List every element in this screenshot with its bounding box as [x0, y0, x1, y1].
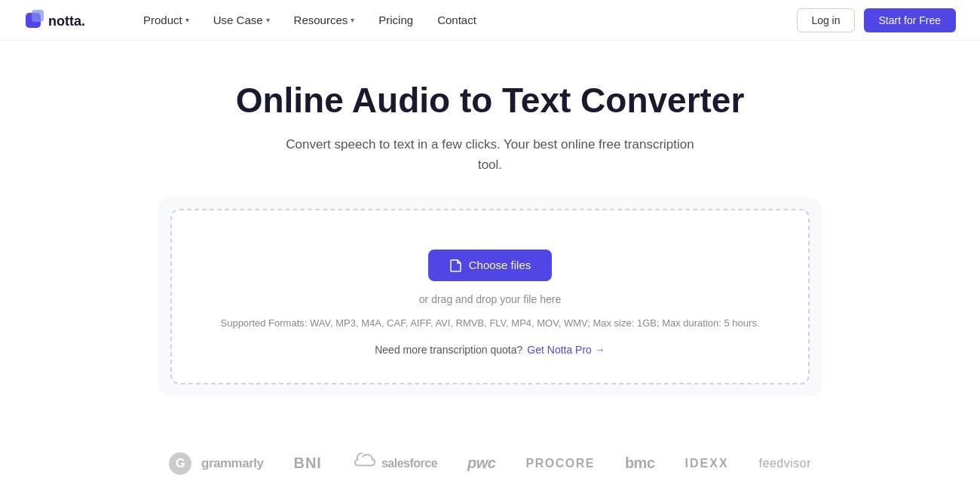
- nav-item-contact[interactable]: Contact: [428, 9, 485, 31]
- chevron-down-icon: ▾: [185, 16, 189, 24]
- logo-bmc: bmc: [625, 455, 655, 472]
- nav-item-use-case[interactable]: Use Case ▾: [204, 9, 279, 31]
- logo-grammarly: G grammarly: [169, 452, 263, 475]
- get-notta-pro-link[interactable]: Get Notta Pro →: [527, 344, 605, 356]
- nav-links: Product ▾ Use Case ▾ Resources ▾ Pricing…: [134, 9, 797, 31]
- upload-container: Choose files or drag and drop your file …: [158, 197, 822, 396]
- hero-subtitle: Convert speech to text in a few clicks. …: [279, 134, 701, 175]
- start-free-button[interactable]: Start for Free: [864, 8, 956, 32]
- logo-idexx: IDEXX: [685, 457, 729, 470]
- hero-section: Online Audio to Text Converter Convert s…: [0, 41, 980, 424]
- nav-actions: Log in Start for Free: [797, 8, 956, 32]
- logo[interactable]: notta.: [24, 8, 107, 32]
- upload-formats-text: Supported Formats: WAV, MP3, M4A, CAF, A…: [221, 317, 760, 329]
- upload-dropzone[interactable]: Choose files or drag and drop your file …: [170, 209, 810, 384]
- svg-text:notta.: notta.: [48, 14, 85, 29]
- svg-rect-1: [32, 10, 44, 22]
- logo-procore: PROCORE: [526, 457, 595, 470]
- logo-feedvisor: feedvisor: [759, 457, 811, 470]
- logo-bni: BNI: [293, 455, 321, 472]
- nav-item-resources[interactable]: Resources ▾: [285, 9, 364, 31]
- file-icon: [449, 259, 463, 272]
- logo-salesforce: salesforce: [352, 451, 437, 476]
- upload-quota: Need more transcription quota? Get Notta…: [375, 344, 605, 356]
- login-button[interactable]: Log in: [797, 8, 854, 32]
- nav-item-product[interactable]: Product ▾: [134, 9, 198, 31]
- logo-pwc: pwc: [467, 455, 495, 472]
- navbar: notta. Product ▾ Use Case ▾ Resources ▾ …: [0, 0, 980, 41]
- nav-item-pricing[interactable]: Pricing: [369, 9, 422, 31]
- logos-section: G grammarly BNI salesforce pwc PROCORE b…: [0, 424, 980, 496]
- grammarly-icon: G: [169, 452, 191, 475]
- upload-or-text: or drag and drop your file here: [419, 293, 561, 305]
- hero-title: Online Audio to Text Converter: [236, 80, 745, 121]
- chevron-down-icon: ▾: [266, 16, 270, 24]
- chevron-down-icon: ▾: [351, 16, 354, 24]
- choose-files-button[interactable]: Choose files: [428, 250, 553, 281]
